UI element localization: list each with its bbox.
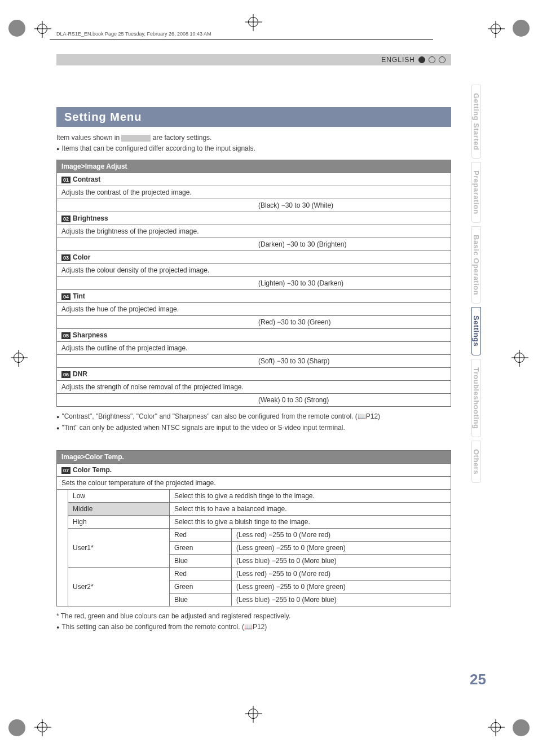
- channel-range: (Less blue) −255 to 0 (More blue): [232, 554, 451, 567]
- channel-range: (Less green) −255 to 0 (More green): [232, 580, 451, 593]
- channel-label: Red: [170, 567, 232, 580]
- channel-label: Green: [170, 541, 232, 554]
- option-desc: Select this to give a bluish tinge to th…: [170, 515, 451, 528]
- bookmark-text: DLA-RS1E_EN.book Page 25 Tuesday, Februa…: [56, 31, 211, 37]
- corner-dot: [513, 719, 530, 736]
- item-num: 06: [61, 371, 70, 378]
- crosshair-icon: [37, 24, 47, 34]
- channel-range: (Less red) −255 to 0 (More red): [232, 567, 451, 580]
- crosshair-icon: [248, 709, 258, 719]
- item-name: Color Temp.: [73, 466, 112, 474]
- channel-range: (Less red) −255 to 0 (More red): [232, 528, 451, 541]
- tab-troubleshooting[interactable]: Troubleshooting: [471, 359, 481, 437]
- corner-dot: [8, 719, 25, 736]
- corner-dot: [8, 20, 25, 37]
- section-header: Image>Color Temp.: [57, 450, 451, 463]
- crosshair-icon: [37, 722, 47, 732]
- option-label-default: Middle: [68, 502, 170, 515]
- option-label: User1*: [68, 528, 170, 567]
- item-range: (Weak) 0 to 30 (Strong): [254, 394, 451, 407]
- item-name: DNR: [73, 370, 87, 378]
- option-desc: Select this to have a balanced image.: [170, 502, 451, 515]
- item-range: (Soft) −30 to 30 (Sharp): [254, 355, 451, 368]
- tab-basic-operation[interactable]: Basic Operation: [471, 226, 481, 304]
- item-desc: Adjusts the colour density of the projec…: [57, 264, 451, 277]
- option-label: High: [68, 515, 170, 528]
- language-bar: ENGLISH: [56, 54, 451, 65]
- tab-others[interactable]: Others: [471, 441, 481, 483]
- intro-text: are factory settings.: [153, 134, 212, 142]
- item-num: 03: [61, 254, 70, 261]
- section-header: Image>Image Adjust: [57, 160, 451, 173]
- item-range: (Darken) −30 to 30 (Brighten): [254, 238, 451, 251]
- channel-label: Blue: [170, 554, 232, 567]
- item-num: 04: [61, 293, 70, 300]
- item-name: Contrast: [73, 175, 100, 183]
- intro-note: Items that can be configured differ acco…: [61, 143, 255, 154]
- item-num: 05: [61, 332, 70, 339]
- item-range: (Red) −30 to 30 (Green): [254, 316, 451, 329]
- language-label: ENGLISH: [381, 56, 415, 64]
- side-tabs: Getting Started Preparation Basic Operat…: [471, 85, 487, 486]
- color-temp-table: Image>Color Temp. 07Color Temp. Sets the…: [56, 450, 451, 606]
- item-name: Brightness: [73, 214, 108, 222]
- note-text: "Tint" can only be adjusted when NTSC si…: [61, 423, 345, 433]
- lang-dot-icon: [439, 56, 446, 63]
- image-adjust-table: Image>Image Adjust 01Contrast Adjusts th…: [56, 160, 451, 407]
- item-desc: Adjusts the hue of the projected image.: [57, 303, 451, 316]
- item-range: (Lighten) −30 to 30 (Darken): [254, 277, 451, 290]
- tab-settings[interactable]: Settings: [471, 307, 481, 355]
- lang-dot-icon: [429, 56, 435, 63]
- item-num: 07: [61, 467, 70, 474]
- channel-label: Red: [170, 528, 232, 541]
- crosshair-icon: [248, 17, 258, 27]
- channel-label: Blue: [170, 593, 232, 606]
- intro-text: Item values shown in: [56, 134, 121, 142]
- factory-swatch-icon: [121, 135, 151, 142]
- lang-dot-icon: [418, 56, 425, 63]
- crosshair-icon: [14, 353, 24, 363]
- bookmark-header: DLA-RS1E_EN.book Page 25 Tuesday, Februa…: [56, 31, 211, 37]
- color-temp-notes: * The red, green and blue colours can be…: [56, 611, 451, 632]
- crosshair-icon: [491, 24, 501, 34]
- intro-block: Item values shown in are factory setting…: [56, 133, 451, 154]
- page-number: 25: [470, 671, 486, 688]
- corner-dot: [513, 20, 530, 37]
- item-range: (Black) −30 to 30 (White): [254, 199, 451, 212]
- option-desc: Select this to give a reddish tinge to t…: [170, 489, 451, 502]
- tab-getting-started[interactable]: Getting Started: [471, 85, 481, 159]
- option-label: Low: [68, 489, 170, 502]
- item-name: Sharpness: [73, 331, 107, 339]
- image-adjust-notes: "Contrast", "Brightness", "Color" and "S…: [56, 411, 451, 433]
- page-title: Setting Menu: [56, 107, 451, 127]
- item-num: 01: [61, 177, 70, 183]
- item-desc: Adjusts the brightness of the projected …: [57, 225, 451, 238]
- item-name: Color: [73, 253, 90, 261]
- item-desc: Adjusts the outline of the projected ima…: [57, 342, 451, 355]
- option-label: User2*: [68, 567, 170, 606]
- item-desc: Adjusts the contrast of the projected im…: [57, 186, 451, 199]
- item-desc: Sets the colour temperature of the proje…: [57, 476, 451, 489]
- item-desc: Adjusts the strength of noise removal of…: [57, 381, 451, 394]
- channel-label: Green: [170, 580, 232, 593]
- note-text: * The red, green and blue colours can be…: [56, 612, 290, 620]
- item-name: Tint: [73, 292, 85, 300]
- channel-range: (Less green) −255 to 0 (More green): [232, 541, 451, 554]
- crosshair-icon: [514, 353, 524, 363]
- note-text: "Contrast", "Brightness", "Color" and "S…: [61, 411, 380, 422]
- tab-preparation[interactable]: Preparation: [471, 162, 481, 223]
- item-num: 02: [61, 216, 70, 222]
- note-text: This setting can also be configured from…: [61, 622, 267, 632]
- channel-range: (Less blue) −255 to 0 (More blue): [232, 593, 451, 606]
- crosshair-icon: [491, 722, 501, 732]
